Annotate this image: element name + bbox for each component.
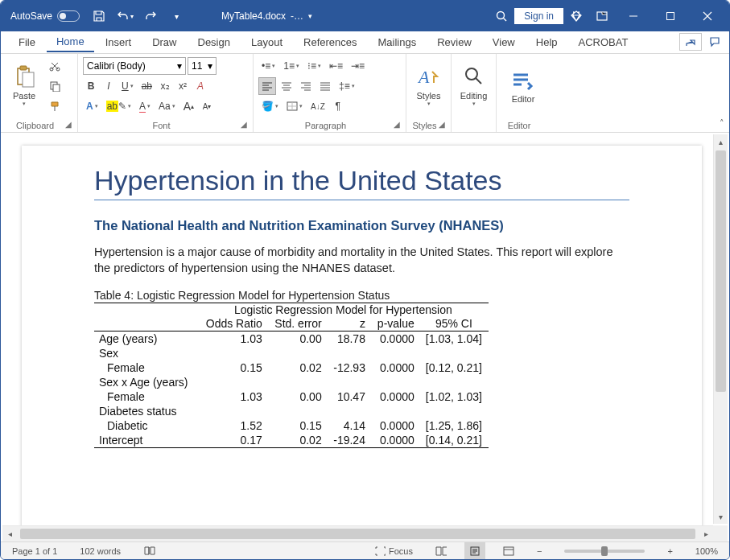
search-button[interactable] [489,1,514,31]
table-row[interactable]: Sex x Age (years) [94,375,489,389]
zoom-slider[interactable] [564,550,645,553]
editor-button[interactable]: Editor [501,57,545,113]
read-mode-button[interactable] [431,542,452,560]
justify-button[interactable] [316,77,334,95]
collapse-ribbon-button[interactable]: ˄ [720,118,724,129]
editing-button[interactable]: Editing ▾ [456,57,491,113]
table-row[interactable]: Age (years)1.03 0.00 18.78 0.0000 [1.03,… [94,331,489,347]
tab-help[interactable]: Help [526,33,567,51]
numbering-button[interactable]: 1≡▾ [280,57,303,75]
word-count-status[interactable]: 102 words [75,542,126,560]
line-spacing-button[interactable]: ‡≡▾ [336,77,358,95]
table-row[interactable]: Female0.15 0.02 -12.93 0.0000 [0.12, 0.2… [94,360,489,375]
zoom-in-button[interactable]: + [662,542,677,560]
tab-draw[interactable]: Draw [142,33,186,51]
regression-table[interactable]: Logistic Regression Model for Hypertensi… [94,303,489,448]
paste-button[interactable]: Paste ▾ [6,57,43,113]
scroll-left-button[interactable]: ◂ [2,529,17,538]
align-center-button[interactable] [278,77,295,95]
maximize-button[interactable] [652,1,689,31]
bullets-button[interactable]: •≡▾ [258,57,278,75]
subscript-button[interactable]: x₂ [157,77,173,95]
shrink-font-button[interactable]: A▾ [199,97,215,115]
tab-insert[interactable]: Insert [96,33,142,51]
format-painter-button[interactable] [46,97,64,115]
grow-font-button[interactable]: A▴ [180,97,197,115]
paragraph-launcher[interactable]: ◢ [394,120,403,130]
italic-button[interactable]: I [101,77,117,95]
share-button[interactable] [679,33,702,51]
page-number-status[interactable]: Page 1 of 1 [7,542,62,560]
close-button[interactable] [689,1,726,31]
clipboard-launcher[interactable]: ◢ [65,120,75,130]
web-layout-button[interactable] [498,542,519,560]
doc-title[interactable]: Hypertension in the United States [94,165,629,200]
tab-design[interactable]: Design [188,33,240,51]
vertical-scrollbar[interactable]: ▴ ▾ [713,134,728,524]
font-color-button[interactable]: A▾ [136,97,154,115]
ribbon-display-button[interactable] [589,1,615,31]
customize-qat-button[interactable]: ▾ [163,1,189,31]
comments-button[interactable] [703,33,726,51]
autosave-toggle[interactable]: AutoSave [4,10,86,22]
print-layout-button[interactable] [464,542,485,560]
align-left-button[interactable] [258,77,276,95]
table-caption[interactable]: Table 4: Logistic Regression Model for H… [94,289,489,303]
tab-view[interactable]: View [483,33,525,51]
doc-paragraph[interactable]: Hypertension is a major cause of morbidi… [94,245,629,276]
table-row[interactable]: Sex [94,346,489,360]
scroll-up-button[interactable]: ▴ [714,134,728,149]
scroll-thumb[interactable] [716,150,726,392]
redo-button[interactable] [138,1,163,31]
change-case-button[interactable]: Aa▾ [155,97,179,115]
minimize-button[interactable] [615,1,652,31]
clear-formatting-button[interactable]: A [192,77,208,95]
focus-mode-button[interactable]: Focus [369,542,418,560]
doc-heading[interactable]: The National Health and Nutrition Examin… [94,218,629,233]
copy-button[interactable] [46,77,64,95]
save-button[interactable] [86,1,112,31]
tab-file[interactable]: File [9,33,45,51]
tab-mailings[interactable]: Mailings [369,33,427,51]
bold-button[interactable]: B [83,77,99,95]
align-right-button[interactable] [297,77,315,95]
undo-button[interactable]: ▾ [112,1,138,31]
sign-in-button[interactable]: Sign in [514,8,563,24]
decrease-indent-button[interactable]: ⇤≡ [326,57,346,75]
increase-indent-button[interactable]: ⇥≡ [348,57,368,75]
diamond-button[interactable] [563,1,589,31]
page[interactable]: Hypertension in the United States The Na… [22,146,702,541]
strikethrough-button[interactable]: ab [138,77,155,95]
multilevel-button[interactable]: ⁝≡▾ [304,57,324,75]
zoom-out-button[interactable]: − [532,542,546,560]
cut-button[interactable] [46,57,64,75]
styles-launcher[interactable]: ◢ [439,120,448,130]
font-name-combo[interactable]: Calibri (Body)▾ [83,57,186,75]
zoom-thumb[interactable] [601,546,608,556]
table-row[interactable]: Intercept0.17 0.02 -19.24 0.0000 [0.14, … [94,433,489,448]
table-row[interactable]: Diabetic1.52 0.15 4.14 0.0000 [1.25, 1.8… [94,418,489,433]
zoom-level[interactable]: 100% [691,542,723,560]
styles-button[interactable]: A Styles ▾ [411,57,446,113]
scroll-right-button[interactable]: ▸ [699,529,713,538]
show-marks-button[interactable]: ¶ [330,97,346,115]
sort-button[interactable]: A↓Z [307,97,328,115]
hscroll-thumb[interactable] [20,529,695,539]
text-effects-button[interactable]: A▾ [83,97,101,115]
font-size-combo[interactable]: 11▾ [188,57,217,75]
borders-button[interactable]: ▾ [283,97,306,115]
underline-button[interactable]: U▾ [118,77,137,95]
document-title[interactable]: MyTable4.docx -… ▾ [221,10,312,22]
highlight-button[interactable]: ab✎▾ [103,97,134,115]
horizontal-scrollbar[interactable]: ◂ ▸ [2,525,713,541]
font-launcher[interactable]: ◢ [241,120,250,130]
table-row[interactable]: Female1.03 0.00 10.47 0.0000 [1.02, 1.03… [94,389,489,404]
tab-home[interactable]: Home [47,32,94,52]
scroll-down-button[interactable]: ▾ [714,509,728,524]
spelling-status[interactable] [138,542,161,560]
tab-acrobat[interactable]: ACROBAT [569,33,638,51]
shading-button[interactable]: 🪣▾ [258,97,282,115]
tab-review[interactable]: Review [427,33,481,51]
table-row[interactable]: Diabetes status [94,404,489,418]
tab-references[interactable]: References [294,33,366,51]
